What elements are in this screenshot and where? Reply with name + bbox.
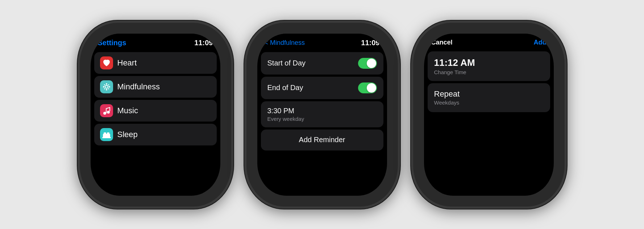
end-of-day-label: End of Day: [267, 84, 303, 92]
reminder-time-value: 3:30 PM: [267, 107, 377, 115]
sleep-icon: [100, 128, 113, 141]
list-item-sleep[interactable]: Sleep: [94, 124, 217, 145]
add-button[interactable]: Add: [534, 39, 547, 46]
watch-1-content: Heart Mindfulness: [91, 51, 220, 196]
watch-2-screen: < Mindfulness 11:09 Start of Day End of …: [257, 34, 387, 196]
reminder-time-row[interactable]: 3:30 PM Every weekday: [261, 101, 383, 127]
reminder-time-sub: Every weekday: [267, 116, 377, 122]
svg-rect-13: [107, 132, 109, 135]
svg-point-3: [103, 86, 104, 88]
start-of-day-row[interactable]: Start of Day: [261, 52, 383, 75]
svg-point-8: [108, 88, 109, 89]
repeat-row[interactable]: Repeat Weekdays: [428, 83, 550, 112]
svg-point-7: [104, 88, 105, 89]
watch-2: < Mindfulness 11:09 Start of Day End of …: [244, 21, 400, 209]
heart-label: Heart: [117, 58, 137, 68]
add-reminder-label: Add Reminder: [299, 136, 345, 144]
watch-1-time: 11:09: [194, 39, 213, 47]
svg-rect-12: [104, 132, 106, 135]
svg-point-6: [108, 84, 109, 85]
svg-point-0: [105, 85, 108, 88]
list-item-heart[interactable]: Heart: [94, 52, 217, 74]
back-button[interactable]: < Mindfulness: [265, 39, 305, 47]
repeat-label: Repeat: [434, 89, 544, 99]
svg-point-2: [106, 89, 107, 90]
watch-2-content: Start of Day End of Day 3:30 PM Every we…: [257, 51, 387, 196]
svg-point-5: [104, 84, 105, 85]
watch-3-header: Cancel Add: [424, 34, 554, 50]
music-label: Music: [117, 106, 138, 115]
svg-point-1: [106, 83, 107, 85]
start-of-day-label: Start of Day: [267, 59, 306, 67]
repeat-sub: Weekdays: [434, 99, 544, 106]
cancel-button[interactable]: Cancel: [431, 39, 453, 46]
svg-point-10: [107, 111, 110, 114]
time-picker-row[interactable]: 11:12 AM Change Time: [428, 51, 550, 81]
list-item-music[interactable]: Music: [94, 100, 217, 122]
end-of-day-toggle[interactable]: [358, 82, 377, 93]
watch-1: Settings 11:09 Heart: [78, 21, 233, 209]
start-of-day-toggle[interactable]: [358, 58, 377, 69]
watch-2-header: < Mindfulness 11:09: [257, 34, 387, 51]
watch-3-content: 11:12 AM Change Time Repeat Weekdays: [424, 50, 554, 196]
add-reminder-row[interactable]: Add Reminder: [261, 130, 383, 150]
time-display: 11:12 AM: [434, 57, 544, 68]
watch-3: Cancel Add 11:12 AM Change Time Repeat W…: [411, 21, 567, 209]
svg-rect-14: [102, 137, 111, 138]
change-time-label: Change Time: [434, 69, 544, 75]
svg-point-4: [109, 86, 110, 88]
sleep-label: Sleep: [117, 130, 138, 139]
mindfulness-icon: [100, 80, 113, 93]
list-item-mindfulness[interactable]: Mindfulness: [94, 76, 217, 98]
watch-1-header: Settings 11:09: [91, 34, 220, 51]
music-icon: [100, 104, 113, 117]
watch-3-screen: Cancel Add 11:12 AM Change Time Repeat W…: [424, 34, 554, 196]
watch-2-time: 11:09: [361, 39, 379, 47]
end-of-day-row[interactable]: End of Day: [261, 77, 383, 99]
mindfulness-label: Mindfulness: [117, 82, 160, 92]
watch-1-screen: Settings 11:09 Heart: [91, 34, 220, 196]
heart-icon: [100, 56, 113, 69]
svg-point-9: [103, 112, 106, 115]
watch-1-title: Settings: [98, 39, 126, 47]
